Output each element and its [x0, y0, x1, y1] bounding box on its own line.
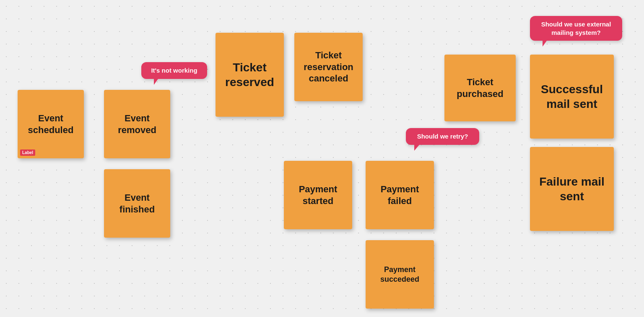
bubble-should-retry[interactable]: Should we retry?: [406, 128, 479, 145]
sticky-event-removed[interactable]: Event removed: [104, 90, 170, 158]
sticky-ticket-reservation-canceled[interactable]: Ticket reservation canceled: [294, 33, 363, 101]
bubble-text: Should we retry?: [417, 133, 468, 140]
sticky-event-finished[interactable]: Event finished: [104, 169, 170, 238]
sticky-successful-mail-sent[interactable]: Successful mail sent: [530, 55, 614, 139]
label-badge: Label: [20, 149, 35, 156]
sticky-ticket-purchased[interactable]: Ticket purchased: [444, 55, 516, 121]
sticky-label: Ticket reserved: [221, 60, 279, 89]
bubble-text: Should we use external mailing system?: [541, 21, 611, 36]
sticky-payment-succedeed[interactable]: Payment succedeed: [366, 240, 434, 309]
sticky-failure-mail-sent[interactable]: Failure mail sent: [530, 147, 614, 231]
bubble-external-mailing[interactable]: Should we use external mailing system?: [530, 16, 622, 41]
sticky-label: Event scheduled: [23, 113, 79, 136]
sticky-label: Successful mail sent: [535, 82, 609, 111]
bubble-text: It's not working: [151, 67, 197, 74]
sticky-label: Event removed: [109, 113, 165, 136]
sticky-label: Payment started: [289, 183, 347, 207]
sticky-payment-failed[interactable]: Payment failed: [366, 161, 434, 229]
bubble-not-working[interactable]: It's not working: [141, 62, 207, 79]
canvas: Event scheduled Label Event removed Even…: [0, 0, 644, 317]
sticky-ticket-reserved[interactable]: Ticket reserved: [216, 33, 284, 117]
sticky-payment-started[interactable]: Payment started: [284, 161, 352, 229]
sticky-label: Ticket reservation canceled: [299, 50, 358, 84]
sticky-label: Ticket purchased: [449, 76, 511, 100]
sticky-event-scheduled[interactable]: Event scheduled Label: [18, 90, 84, 158]
sticky-label: Event finished: [109, 192, 165, 215]
sticky-label: Payment succedeed: [371, 265, 429, 284]
sticky-label: Payment failed: [371, 183, 429, 207]
sticky-label: Failure mail sent: [535, 174, 609, 204]
